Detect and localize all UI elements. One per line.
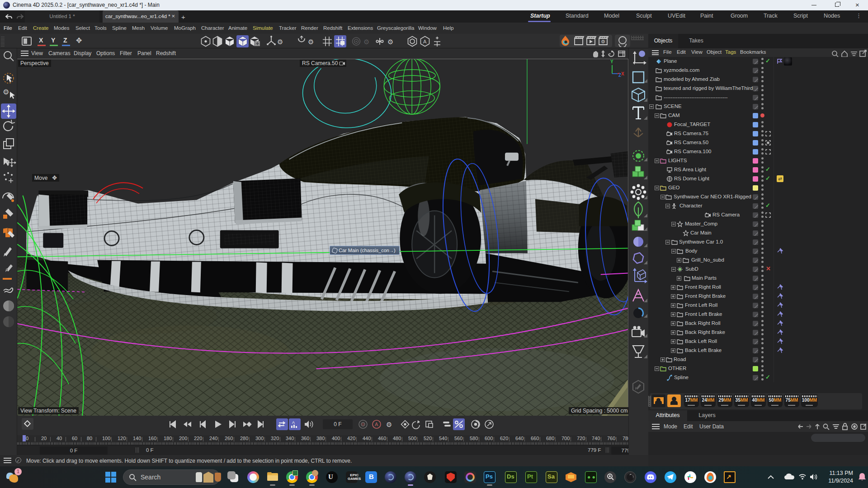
svg-text:A: A [292,420,295,425]
svg-text:X: X [621,71,624,76]
svg-text:⚙: ⚙ [3,88,9,96]
svg-text:⚙: ⚙ [387,38,393,46]
svg-text:A: A [375,422,378,427]
svg-text:⚙: ⚙ [386,421,392,428]
svg-text:Y: Y [610,59,613,64]
svg-text:⚙: ⚙ [601,39,605,44]
svg-text:⚙: ⚙ [308,38,314,46]
svg-text:⚙: ⚙ [277,38,283,46]
svg-text:A: A [423,39,427,44]
svg-text:⚙: ⚙ [363,38,369,46]
